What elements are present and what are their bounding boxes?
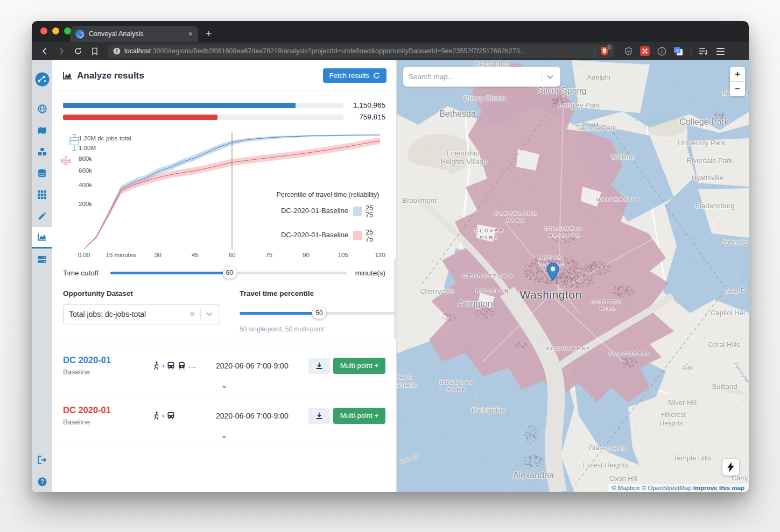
map-search-input[interactable] [409, 73, 541, 81]
time-cutoff-label: Time cutoff [63, 269, 102, 277]
time-cutoff-handle[interactable]: 60 [223, 267, 237, 279]
rail-icon [178, 361, 186, 370]
svg-text:30: 30 [154, 252, 161, 258]
chart-area-icon [63, 72, 72, 80]
zoom-in-button[interactable]: + [730, 67, 745, 81]
panel-scrollbar[interactable] [394, 258, 396, 339]
multi-point-button[interactable]: Multi-point + [333, 408, 385, 424]
analysis-title[interactable]: DC 2020-01 [63, 355, 153, 365]
site-info-icon[interactable] [113, 47, 121, 55]
back-button[interactable] [38, 45, 51, 58]
more-modes-icon: ... [188, 361, 196, 370]
opportunity-dataset-select[interactable]: Total jobs: dc-jobs-total ✕ [63, 304, 220, 324]
sidebar-item-analyze[interactable] [32, 227, 52, 249]
total-value-blue: 1,150,965 [343, 101, 385, 109]
map[interactable]: KensingtonChevy ChaseSilver SpringBethes… [397, 60, 749, 492]
multi-point-button[interactable]: Multi-point + [333, 358, 385, 374]
map-search-box[interactable] [403, 67, 560, 87]
sidebar-item-regional-analyses[interactable] [32, 249, 52, 270]
analysis-main: DC 2020-01 Baseline › ... 2020-06-06 7:0… [63, 355, 385, 376]
sidebar-item-sign-out[interactable] [32, 449, 52, 471]
map-label: Hyattsville [691, 174, 723, 182]
chevron-down-icon[interactable] [201, 312, 214, 316]
total-fill-red [63, 115, 217, 120]
svg-text:1.00M: 1.00M [79, 145, 96, 151]
reading-list-icon[interactable] [699, 46, 708, 56]
rewards-icon[interactable] [623, 46, 633, 56]
map-label: CAPITOL [591, 299, 622, 304]
browser-tab[interactable]: Conveyal Analysis × [70, 26, 198, 42]
osm-link[interactable]: © OpenStreetMap [642, 485, 692, 491]
total-row-red: 759,815 [63, 113, 385, 121]
analysis-datetime: 2020-06-06 7:00-9:00 [209, 412, 308, 420]
analysis-title[interactable]: DC 2020-01 [63, 405, 153, 415]
time-cutoff-slider[interactable]: 60 [110, 267, 347, 279]
percentile-handle[interactable]: 50 [312, 307, 326, 319]
database-icon [38, 169, 46, 178]
travel-time-chart: 0.0015 minutes30456075901051201.20M dc-j… [60, 130, 395, 260]
tab-close-icon[interactable]: × [188, 30, 193, 38]
opportunity-dataset-value: Total jobs: dc-jobs-total [69, 310, 184, 318]
svg-text:200k: 200k [79, 201, 92, 207]
maximize-window-button[interactable] [64, 27, 71, 34]
map-label: Bladensburg [695, 202, 735, 210]
download-button[interactable] [308, 408, 330, 424]
svg-text:1.20M dc-jobs-total: 1.20M dc-jobs-total [79, 135, 131, 141]
expand-chevron-icon[interactable]: ⌄ [63, 376, 385, 393]
download-icon [315, 362, 323, 370]
sidebar-item-edit-modifications[interactable] [32, 205, 52, 227]
chevron-down-icon[interactable] [542, 75, 555, 79]
map-label: PARK [447, 386, 467, 392]
map-label: Heights Village [441, 158, 487, 166]
app-sidebar: ? [32, 60, 52, 492]
bus-icon [167, 361, 175, 370]
map-label: Capitol Hei [711, 309, 745, 317]
clear-icon[interactable]: ✕ [184, 310, 200, 318]
sidebar-item-projects[interactable] [32, 141, 52, 162]
minimize-window-button[interactable] [52, 27, 59, 34]
red-extension-icon[interactable] [640, 46, 650, 56]
bookmark-button[interactable] [88, 45, 101, 58]
percentile-slider[interactable]: 50 [240, 307, 396, 319]
forward-button[interactable] [55, 45, 68, 58]
expand-chevron-icon[interactable]: ⌄ [63, 426, 385, 443]
walk-icon [153, 361, 159, 370]
zoom-out-button[interactable]: − [730, 82, 745, 96]
map-pin[interactable] [546, 263, 560, 281]
sidebar-item-region-map[interactable] [32, 119, 52, 141]
map-label: SOUTHWEST [546, 345, 591, 351]
menu-icon[interactable] [715, 46, 725, 56]
sidebar-item-network-bundles[interactable] [32, 162, 52, 184]
url-bar[interactable]: localhost:3000/regions/5edb2f081609ea67d… [108, 45, 614, 58]
sidebar-item-help[interactable]: ? [32, 471, 52, 492]
isochrone-toggle-button[interactable] [722, 459, 739, 476]
map-label: Oxon Hill [609, 474, 638, 483]
map-label: Seat P [724, 287, 745, 295]
map-label: Temple Hills [673, 454, 711, 462]
map-label: Hillcrest [661, 410, 686, 418]
brave-shield-icon[interactable]: 1 [600, 46, 609, 56]
improve-map-link[interactable]: Improve this map [693, 485, 744, 491]
opportunity-dataset-field: Opportunity Dataset Total jobs: dc-jobs-… [63, 289, 220, 333]
translate-extension-icon[interactable]: G [673, 46, 683, 56]
close-window-button[interactable] [40, 27, 47, 34]
chevron-right-icon: › [162, 412, 164, 420]
download-button[interactable] [308, 358, 330, 374]
total-value-red: 759,815 [343, 113, 385, 121]
fetch-results-button[interactable]: Fetch results [323, 68, 387, 83]
cubes-icon [38, 147, 47, 156]
info-extension-icon[interactable] [657, 46, 666, 56]
svg-text:G: G [675, 48, 679, 53]
mapbox-link[interactable]: © Mapbox [612, 485, 640, 491]
panel-header: Analyze results Fetch results [52, 60, 396, 90]
chart-area-icon [38, 233, 47, 241]
travel-time-percentile-field: Travel time percentile 50 50 single-poin… [240, 289, 396, 333]
reload-button[interactable] [72, 45, 85, 58]
svg-text:25: 25 [366, 229, 373, 236]
new-tab-button[interactable]: + [206, 28, 212, 40]
map-label: College Park [679, 117, 729, 127]
map-label: PARK [507, 217, 526, 223]
conveyal-logo[interactable] [32, 60, 52, 98]
sidebar-item-opportunity-datasets[interactable] [32, 184, 52, 205]
sidebar-item-regions[interactable] [32, 98, 52, 119]
